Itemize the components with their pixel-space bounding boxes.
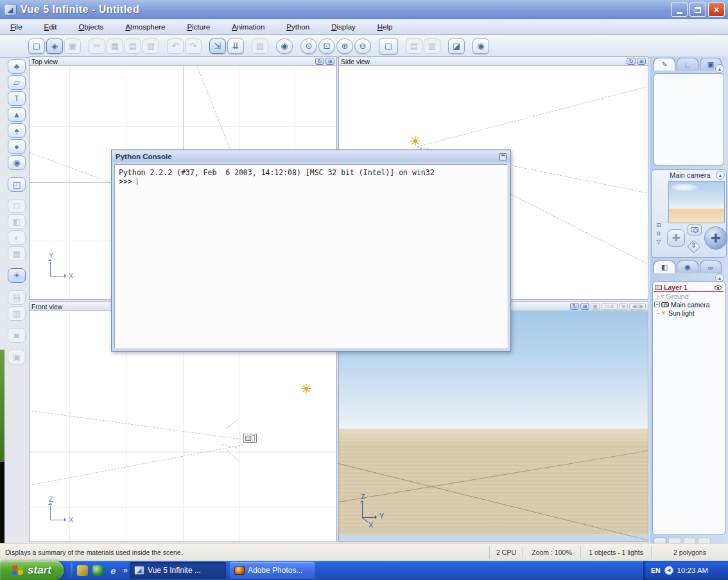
render-mode-icon[interactable]: ▣ — [591, 303, 600, 310]
menu-python[interactable]: Python — [281, 21, 317, 33]
zoom-mode-icon[interactable]: ⊕ — [619, 303, 628, 310]
python-console-titlebar[interactable]: Python Console — [112, 151, 510, 162]
tab-materials-layer[interactable]: ◉ — [677, 260, 698, 273]
open-scene-button[interactable]: ◈ — [46, 38, 63, 54]
cut-button[interactable]: ✂ — [89, 38, 105, 54]
python-editor-button[interactable]: ▦ — [8, 246, 26, 261]
new-scene-button[interactable]: ▢ — [28, 38, 45, 54]
collapse-panel-button[interactable]: ▲ — [715, 64, 724, 73]
maximize-view-icon[interactable]: ⊞ — [637, 58, 646, 65]
animation-setup-button[interactable]: ▥ — [8, 306, 26, 321]
render-animation-icon: ◪ — [453, 41, 460, 51]
display-options-button[interactable]: ▢ — [379, 38, 398, 55]
start-button[interactable]: start — [0, 561, 64, 580]
layer-visibility-eye-icon[interactable] — [715, 286, 722, 290]
copy-button[interactable]: ▦ — [107, 38, 123, 54]
menu-file[interactable]: File — [5, 21, 30, 33]
create-terrain-button[interactable]: ▲ — [8, 107, 26, 122]
redo-button[interactable]: ↷ — [185, 38, 202, 54]
taskbar-item-photoshop[interactable]: Adobe Photos... — [230, 562, 315, 579]
tree-row-main-camera[interactable]: + Main camera — [654, 300, 724, 309]
quick-launch-globe-icon[interactable] — [92, 565, 103, 576]
expand-plus-icon[interactable]: + — [654, 302, 660, 307]
hide-icons-chevron[interactable]: ◀ — [664, 566, 673, 575]
tree-row-ground[interactable]: ├ ≈ Ground — [654, 292, 724, 300]
tab-materials-browser[interactable]: ✎ — [654, 58, 675, 71]
render-animation-button[interactable]: ◪ — [448, 38, 465, 54]
create-light-button[interactable]: ☀ — [8, 268, 26, 283]
status-zoom[interactable]: Zoom : 100% — [523, 546, 580, 559]
zoom-region-button[interactable]: ⊙ — [300, 38, 317, 54]
collapse-camera-button[interactable]: ▲ — [716, 171, 725, 180]
taskbar-item-vue[interactable]: ◢ Vue 5 Infinite ... — [130, 562, 226, 579]
menu-edit[interactable]: Edit — [39, 21, 65, 33]
create-camera-button[interactable]: ◙ — [8, 328, 26, 343]
refresh-view-icon[interactable]: ↻ — [627, 58, 636, 65]
maximize-view-icon[interactable]: ⊞ — [325, 58, 334, 65]
menu-animation[interactable]: Animation — [227, 21, 272, 33]
refresh-view-icon[interactable]: ↻ — [315, 58, 324, 65]
horizon-haze — [339, 429, 648, 447]
sun-light-gizmo[interactable]: ☀ — [410, 135, 421, 148]
display-mode-group-icon[interactable]: □□Z — [601, 303, 618, 310]
animation-wizard-button[interactable]: ▤ — [8, 290, 26, 305]
zoom-rectangle-button[interactable]: ⊡ — [318, 38, 335, 54]
render-quality-spinner[interactable]: ⊡ 0 ▽ — [653, 221, 664, 246]
create-tree-button[interactable]: ♠ — [8, 123, 26, 138]
create-plant-button[interactable]: ♣ — [8, 59, 26, 74]
layer-row[interactable]: Layer 1 — [654, 284, 724, 292]
tab-objects-layer[interactable]: ◧ — [654, 260, 675, 273]
close-button[interactable]: × — [708, 3, 725, 17]
next-frame-button[interactable]: ▥ — [424, 38, 440, 54]
render-options-button[interactable]: ▣ — [8, 350, 26, 364]
quick-launch-icon-1[interactable] — [77, 565, 88, 576]
paste-button[interactable]: ▤ — [125, 38, 141, 54]
camera-rotate-button[interactable] — [688, 224, 702, 235]
drop-object-button[interactable]: ⇲ — [209, 38, 226, 54]
tab-links-layer[interactable]: ∞ — [700, 260, 722, 273]
python-console-output[interactable]: Python 2.2.2 (#37, Feb 6 2003, 14:12:08)… — [114, 164, 508, 348]
render-button[interactable]: ◉ — [472, 38, 489, 54]
load-object-button[interactable]: ◰ — [8, 177, 26, 192]
language-indicator[interactable]: EN — [651, 567, 661, 574]
frame-nav-icon[interactable]: ◀00▶ — [629, 303, 646, 310]
zoom-out-button[interactable]: ⊖ — [354, 38, 371, 54]
create-plane-button[interactable]: ▱ — [8, 75, 26, 90]
undo-button[interactable]: ↶ — [167, 38, 184, 54]
main-camera-preview[interactable] — [668, 181, 725, 223]
camera-pan-pad[interactable]: ✚ — [667, 229, 685, 247]
preview-eye-button[interactable]: ◉ — [276, 38, 293, 54]
tree-row-sun-light[interactable]: └ ☀ Sun light — [654, 309, 724, 317]
menu-display[interactable]: Display — [326, 21, 363, 33]
python-console-window: Python Console Python 2.2.2 (#37, Feb 6 … — [111, 149, 511, 352]
clock[interactable]: 10:23 AM — [677, 567, 709, 574]
menu-help[interactable]: Help — [372, 21, 401, 33]
boolean-button[interactable]: ◐ — [8, 230, 26, 245]
save-scene-button[interactable]: ▣ — [64, 38, 81, 54]
edit-object-button[interactable]: ◻ — [8, 199, 26, 214]
aspect-browser-area[interactable] — [654, 73, 724, 166]
paste-special-button[interactable]: ▧ — [252, 38, 268, 54]
sun-light-gizmo[interactable]: ☀ — [300, 382, 312, 395]
camera-trackball[interactable]: ✚ — [704, 226, 727, 250]
zoom-in-button[interactable]: ⊕ — [336, 38, 353, 54]
menu-picture[interactable]: Picture — [182, 21, 218, 33]
delete-button[interactable]: ▥ — [143, 38, 159, 54]
refresh-view-icon[interactable]: ↻ — [570, 303, 579, 310]
console-restore-button[interactable] — [499, 153, 507, 160]
camera-gizmo[interactable] — [243, 434, 257, 443]
quick-launch-overflow-chevron[interactable]: » — [123, 566, 128, 575]
restore-button[interactable] — [689, 3, 706, 17]
tab-measurements[interactable]: ∟ — [677, 58, 698, 71]
previous-frame-button[interactable]: ▤ — [406, 38, 422, 54]
create-planet-button[interactable]: ◉ — [8, 155, 26, 170]
edit-material-button[interactable]: ◧ — [8, 214, 26, 229]
create-text-button[interactable]: T — [8, 91, 26, 106]
menu-objects[interactable]: Objects — [73, 21, 111, 33]
smart-drop-button[interactable]: ⇊ — [227, 38, 244, 54]
create-rock-button[interactable]: ● — [8, 139, 26, 154]
menu-atmosphere[interactable]: Atmosphere — [120, 21, 173, 33]
minimize-button[interactable] — [671, 3, 688, 17]
internet-explorer-icon[interactable]: e — [108, 565, 119, 576]
maximize-view-icon[interactable]: ⊞ — [580, 303, 589, 310]
